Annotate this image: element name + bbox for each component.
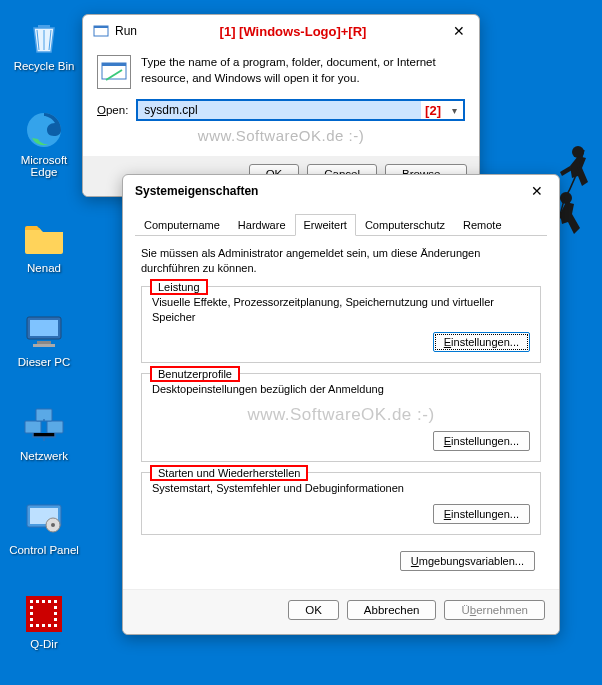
svg-rect-32 [94,26,108,28]
svg-rect-34 [102,63,126,66]
svg-rect-5 [25,421,41,433]
icon-label: Netzwerk [8,450,80,462]
svg-rect-3 [37,341,51,344]
icon-label: Dieser PC [8,356,80,368]
desktop-icon-folder[interactable]: Nenad [8,216,80,274]
tabs: Computername Hardware Erweitert Computer… [135,213,547,236]
desktop-icon-this-pc[interactable]: Dieser PC [8,310,80,368]
desktop-icon-qdir[interactable]: Q-Dir [8,592,80,650]
folder-icon [22,216,66,260]
watermark: www.SoftwareOK.de :-) [152,405,530,425]
tab-computerschutz[interactable]: Computerschutz [356,214,454,236]
group-title-benutzerprofile: Benutzerprofile [150,366,240,382]
settings-button-leistung[interactable]: Einstellungen... [433,332,530,352]
annotation-step2: [2] [421,103,445,118]
apply-button[interactable]: Übernehmen [444,600,545,620]
svg-rect-24 [30,624,33,627]
annotation-step1: [1] [Windows-Logo]+[R] [137,24,449,39]
run-titlebar[interactable]: Run [1] [Windows-Logo]+[R] ✕ [83,15,479,47]
run-title: Run [115,24,137,38]
svg-rect-4 [33,344,55,347]
tab-remote[interactable]: Remote [454,214,511,236]
svg-rect-27 [48,624,51,627]
svg-rect-22 [30,618,33,621]
run-description: Type the name of a program, folder, docu… [141,55,465,89]
open-label: Open: [97,104,128,116]
icon-label: Control Panel [8,544,80,556]
group-title-starten: Starten und Wiederherstellen [150,465,308,481]
desktop-icon-recycle-bin[interactable]: Recycle Bin [8,14,80,72]
svg-rect-23 [54,618,57,621]
close-button[interactable]: ✕ [449,23,469,39]
icon-label: Nenad [8,262,80,274]
edge-icon [22,108,66,152]
desktop-icon-control-panel[interactable]: Control Panel [8,498,80,556]
svg-rect-14 [36,600,39,603]
cancel-button[interactable]: Abbrechen [347,600,437,620]
close-button[interactable]: ✕ [527,183,547,199]
tab-hardware[interactable]: Hardware [229,214,295,236]
settings-button-benutzerprofile[interactable]: Einstellungen... [433,431,530,451]
desktop-icon-network[interactable]: Netzwerk [8,404,80,462]
run-icon [93,23,109,39]
svg-rect-28 [54,624,57,627]
recycle-bin-icon [22,14,66,58]
sysprop-title: Systemeigenschaften [135,184,527,198]
system-properties-dialog: Systemeigenschaften ✕ Computername Hardw… [122,174,560,635]
group-title-leistung: Leistung [150,279,208,295]
this-pc-icon [22,310,66,354]
svg-rect-18 [30,606,33,609]
desktop-icon-edge[interactable]: Microsoft Edge [8,108,80,178]
icon-label: Recycle Bin [8,60,80,72]
svg-rect-2 [30,320,58,336]
chevron-down-icon[interactable]: ▾ [445,105,463,116]
ok-button[interactable]: OK [288,600,339,620]
svg-rect-6 [47,421,63,433]
network-icon [22,404,66,448]
control-panel-icon [22,498,66,542]
svg-rect-20 [30,612,33,615]
svg-rect-25 [36,624,39,627]
svg-point-11 [51,523,55,527]
qdir-icon [22,592,66,636]
run-app-icon [97,55,131,89]
run-dialog: Run [1] [Windows-Logo]+[R] ✕ Type the na… [82,14,480,197]
settings-button-starten[interactable]: Einstellungen... [433,504,530,524]
group-starten-wiederherstellen: Starten und Wiederherstellen Systemstart… [141,472,541,535]
open-input[interactable] [138,101,421,119]
icon-label: Q-Dir [8,638,80,650]
tab-erweitert[interactable]: Erweitert [295,214,356,236]
group-leistung: Leistung Visuelle Effekte, Prozessorzeit… [141,286,541,364]
svg-rect-13 [30,600,33,603]
svg-rect-15 [42,600,45,603]
group-benutzerprofile: Benutzerprofile Desktopeinstellungen bez… [141,373,541,462]
watermark: www.SoftwareOK.de :-) [97,127,465,144]
icon-label: Microsoft Edge [8,154,80,178]
svg-rect-26 [42,624,45,627]
group-desc: Systemstart, Systemfehler und Debuginfor… [152,481,530,496]
open-combobox[interactable]: [2] ▾ [136,99,465,121]
svg-rect-21 [54,612,57,615]
sysprop-titlebar[interactable]: Systemeigenschaften ✕ [123,175,559,207]
svg-rect-19 [54,606,57,609]
group-desc: Visuelle Effekte, Prozessorzeitplanung, … [152,295,530,325]
admin-note: Sie müssen als Administrator angemeldet … [141,246,541,276]
env-variables-button[interactable]: Umgebungsvariablen... [400,551,535,571]
tab-computername[interactable]: Computername [135,214,229,236]
group-desc: Desktopeinstellungen bezüglich der Anmel… [152,382,530,397]
svg-rect-16 [48,600,51,603]
svg-rect-17 [54,600,57,603]
